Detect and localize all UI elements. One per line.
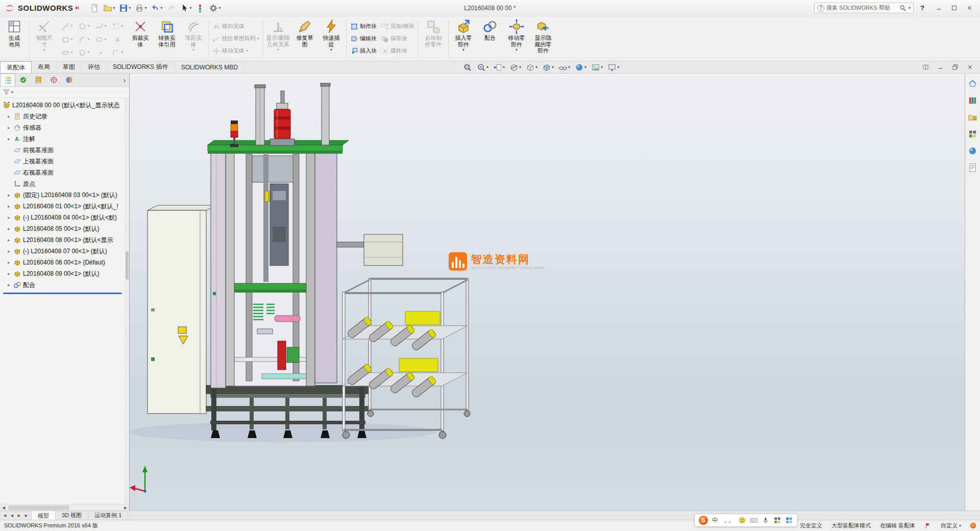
- insert-components-button[interactable]: 插入零部件 ▾: [450, 17, 477, 52]
- ime-toolbar[interactable]: S 中 ，。: [694, 514, 798, 527]
- doc-split-button[interactable]: [919, 62, 932, 71]
- expand-arrow-icon[interactable]: ▸: [6, 125, 12, 130]
- document-tab[interactable]: 3D 视图: [56, 511, 88, 520]
- graphics-viewport[interactable]: 智造资料网 INTELLIGENT MANUFACTURING DATA: [130, 74, 965, 511]
- assembly-3d-model[interactable]: [130, 74, 965, 511]
- status-flag-icon[interactable]: [924, 522, 932, 529]
- open-button[interactable]: ▾: [102, 3, 116, 14]
- search-icon[interactable]: [899, 5, 906, 12]
- dimxpertmanager-tab[interactable]: [46, 74, 61, 86]
- trim-entities-button[interactable]: 剪裁实体: [127, 17, 154, 47]
- tree-item[interactable]: ▸ L20160408 08 00<1> (默认<显示: [1, 234, 129, 246]
- task-appearances[interactable]: [968, 146, 977, 157]
- scroll-left-icon[interactable]: ◀: [0, 505, 7, 510]
- ime-keyboard-button[interactable]: [750, 516, 758, 524]
- doc-close-button[interactable]: [964, 62, 976, 71]
- task-design-library[interactable]: [968, 95, 977, 107]
- doc-restore-button[interactable]: [949, 62, 961, 71]
- command-tab[interactable]: 评估: [82, 61, 107, 73]
- displaymanager-tab[interactable]: [61, 74, 77, 86]
- rebuild-button[interactable]: [194, 3, 206, 14]
- save-button[interactable]: ▾: [117, 3, 132, 14]
- offset-entities-button[interactable]: 等距实体 ▾: [180, 17, 207, 52]
- display-style-button[interactable]: ▾: [541, 62, 555, 73]
- propertymanager-tab[interactable]: [15, 74, 31, 86]
- hide-show-items-button[interactable]: ▾: [557, 62, 571, 73]
- tree-item[interactable]: ▸ A 注解: [1, 133, 129, 144]
- zoom-area-button[interactable]: ▾: [476, 62, 489, 73]
- make-part-from-block-button[interactable]: 从块制作零件: [420, 17, 447, 47]
- maximize-button[interactable]: [946, 3, 962, 14]
- expand-arrow-icon[interactable]: ▸: [6, 114, 12, 119]
- ime-mode-toggle[interactable]: 中: [712, 516, 719, 525]
- sketch-text-button[interactable]: A: [109, 33, 126, 46]
- previous-view-button[interactable]: ▾: [492, 62, 506, 73]
- move-entities-button[interactable]: 移动实体 ▾: [212, 46, 259, 55]
- view-settings-button[interactable]: ▾: [606, 62, 620, 73]
- linear-sketch-pattern-button[interactable]: 线性草图阵列 ▾: [212, 34, 259, 43]
- expand-arrow-icon[interactable]: ▸: [6, 260, 12, 265]
- mate-button[interactable]: 配合: [477, 17, 503, 41]
- minimize-button[interactable]: [931, 3, 946, 14]
- task-view-palette[interactable]: [968, 129, 977, 140]
- ime-skin-button[interactable]: [773, 516, 781, 524]
- expand-arrow-icon[interactable]: ▸: [6, 226, 12, 231]
- tree-horizontal-scrollbar[interactable]: ◀ ▶: [0, 504, 129, 511]
- view-orientation-button[interactable]: ▾: [525, 62, 538, 73]
- sketch-fillet-button[interactable]: ▾: [109, 46, 126, 59]
- expand-arrow-icon[interactable]: ▸: [6, 237, 12, 243]
- expand-arrow-icon[interactable]: ▸: [6, 136, 12, 141]
- section-view-button[interactable]: ▾: [508, 62, 522, 73]
- command-tab[interactable]: SOLIDWORKS MBD: [175, 61, 244, 73]
- sketch-pattern-button[interactable]: ▾: [109, 19, 126, 33]
- apply-scene-button[interactable]: ▾: [590, 62, 604, 73]
- search-input[interactable]: 搜索 SOLIDWORKS 帮助: [826, 4, 897, 12]
- scroll-right-icon[interactable]: ▶: [122, 505, 129, 510]
- customize-menu[interactable]: 自定义▾: [941, 522, 961, 529]
- featuremanager-tab[interactable]: [0, 74, 15, 86]
- close-button[interactable]: [962, 3, 977, 14]
- sketch-line-button[interactable]: ▾: [59, 19, 76, 33]
- rollback-bar[interactable]: [3, 293, 122, 294]
- command-tab[interactable]: SOLIDWORKS 插件: [107, 61, 175, 73]
- repair-sketch-button[interactable]: 修复草图: [291, 17, 318, 47]
- expand-arrow-icon[interactable]: ▸: [6, 271, 12, 276]
- tree-item[interactable]: ▸ 前视基准面: [1, 144, 129, 156]
- command-tab[interactable]: 装配体: [0, 61, 32, 73]
- ime-mic-button[interactable]: [762, 516, 770, 524]
- show-hidden-components-button[interactable]: 显示隐藏的零部件: [530, 17, 556, 54]
- search-box[interactable]: ? 搜索 SOLIDWORKS 帮助 ▾: [814, 3, 914, 13]
- sketch-point-button[interactable]: [92, 46, 109, 59]
- sketch-spline-button[interactable]: ▾: [92, 19, 109, 33]
- tree-item[interactable]: ▸ (-) L20160408 04 00<1> (默认<默): [1, 212, 129, 223]
- tree-item[interactable]: ▸ L20160408 06 00<1> (Défaut): [1, 257, 129, 268]
- sketch-circle-button[interactable]: ▾: [76, 19, 92, 33]
- document-tab[interactable]: 模型: [32, 511, 56, 520]
- tree-item[interactable]: ▸ 原点: [1, 178, 129, 189]
- ime-toolbox-button[interactable]: [785, 516, 793, 524]
- ime-sogou-icon[interactable]: S: [699, 516, 708, 525]
- panel-collapse-button[interactable]: ›: [120, 74, 129, 86]
- insert-block-button[interactable]: 插入块: [350, 46, 377, 55]
- tree-scrollbar[interactable]: [125, 98, 129, 504]
- save-block-button[interactable]: 保存块: [381, 34, 414, 43]
- doc-minimize-button[interactable]: [934, 62, 946, 71]
- move-component-button[interactable]: 移动零部件 ▾: [503, 17, 530, 52]
- document-tab[interactable]: 运动算例 1: [88, 511, 128, 520]
- sketch-ellipse-button[interactable]: ▾: [92, 33, 109, 46]
- tree-item[interactable]: ▸ L20160408 09 00<1> (默认): [1, 268, 129, 279]
- new-document-button[interactable]: [88, 3, 101, 14]
- expand-arrow-icon[interactable]: ▸: [6, 215, 12, 220]
- tree-item[interactable]: ▸ (固定) L20160408 03 00<1> (默认): [1, 189, 129, 201]
- options-button[interactable]: ▾: [207, 3, 222, 14]
- sketch-arc-button[interactable]: ▾: [76, 33, 92, 46]
- first-tab-icon[interactable]: ◀: [2, 514, 8, 518]
- tree-root-item[interactable]: L20160408 00 00 (默认<默认_显示状态: [1, 100, 129, 111]
- configurationmanager-tab[interactable]: [31, 74, 46, 86]
- expand-arrow-icon[interactable]: ▸: [6, 282, 12, 287]
- task-resources[interactable]: [968, 79, 977, 90]
- print-button[interactable]: ▾: [133, 3, 148, 14]
- scrollbar-thumb[interactable]: [8, 505, 69, 510]
- prev-tab-icon[interactable]: ◀: [9, 514, 15, 518]
- tree-item[interactable]: ▸ 传感器: [1, 122, 129, 133]
